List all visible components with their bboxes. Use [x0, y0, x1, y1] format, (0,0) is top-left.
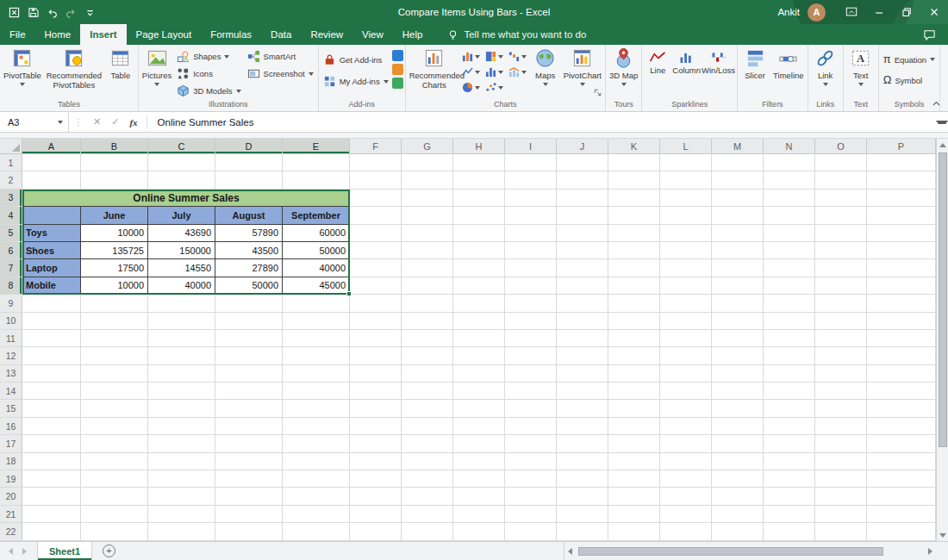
cell-J15[interactable]: [557, 400, 608, 417]
tab-formulas[interactable]: Formulas: [201, 24, 261, 45]
column-header-K[interactable]: K: [608, 139, 660, 154]
cell-P5[interactable]: [867, 225, 936, 242]
tab-home[interactable]: Home: [35, 24, 81, 45]
cell-G10[interactable]: [402, 313, 453, 330]
insert-function-icon[interactable]: fx: [124, 117, 142, 128]
cell-A1[interactable]: [22, 154, 81, 171]
cell-I3[interactable]: [505, 190, 557, 207]
cell-P16[interactable]: [867, 418, 936, 435]
cell-A21[interactable]: [22, 506, 81, 523]
cell-G20[interactable]: [402, 488, 453, 505]
cell-I9[interactable]: [505, 295, 557, 312]
cell-J22[interactable]: [557, 523, 608, 540]
save-button[interactable]: [28, 7, 39, 18]
cell-F22[interactable]: [350, 523, 402, 540]
cell-E13[interactable]: [283, 365, 350, 383]
cell-I19[interactable]: [505, 470, 557, 488]
table-button[interactable]: Table: [105, 45, 136, 81]
row-header-15[interactable]: 15: [0, 400, 22, 417]
cell-G6[interactable]: [402, 242, 453, 259]
cell-I14[interactable]: [505, 383, 557, 400]
cell-P1[interactable]: [867, 154, 936, 171]
cell-I6[interactable]: [505, 242, 557, 259]
cell-P4[interactable]: [867, 207, 936, 224]
cell-O22[interactable]: [815, 523, 867, 540]
column-header-J[interactable]: J: [557, 139, 608, 154]
cell-K1[interactable]: [608, 154, 660, 171]
cell-D4[interactable]: August: [215, 207, 283, 224]
cell-E7[interactable]: 40000: [283, 259, 350, 277]
cell-D17[interactable]: [215, 435, 283, 452]
user-name[interactable]: Ankit: [777, 7, 800, 17]
cell-K11[interactable]: [608, 330, 660, 347]
row-header-22[interactable]: 22: [0, 523, 22, 540]
cancel-icon[interactable]: ✕: [88, 116, 106, 128]
vertical-scrollbar[interactable]: [936, 139, 948, 541]
cell-G15[interactable]: [402, 400, 453, 417]
cell-L3[interactable]: [660, 190, 712, 207]
text-button[interactable]: A Text: [845, 45, 876, 86]
maps-button[interactable]: Maps: [530, 45, 561, 86]
cell-J9[interactable]: [557, 295, 608, 312]
cell-N7[interactable]: [764, 259, 815, 277]
cell-C1[interactable]: [148, 154, 215, 171]
cell-M19[interactable]: [712, 470, 764, 488]
cell-K18[interactable]: [608, 453, 660, 470]
cell-B21[interactable]: [81, 506, 148, 523]
cell-H11[interactable]: [453, 330, 505, 347]
cell-F7[interactable]: [350, 259, 402, 277]
cell-O13[interactable]: [815, 365, 867, 383]
cell-B7[interactable]: 17500: [81, 259, 148, 277]
cell-G13[interactable]: [402, 365, 453, 383]
shapes-button[interactable]: Shapes: [174, 49, 243, 64]
cell-B10[interactable]: [81, 313, 148, 330]
cell-E4[interactable]: September: [283, 207, 350, 224]
column-header-H[interactable]: H: [453, 139, 505, 154]
cell-P7[interactable]: [867, 259, 936, 277]
pivottable-button[interactable]: PivotTable: [2, 45, 43, 86]
cell-J1[interactable]: [557, 154, 608, 171]
cell-F13[interactable]: [350, 365, 402, 383]
column-header-B[interactable]: B: [81, 139, 148, 154]
cell-L22[interactable]: [660, 523, 712, 540]
cell-K21[interactable]: [608, 506, 660, 523]
cell-F9[interactable]: [350, 295, 402, 312]
cell-G21[interactable]: [402, 506, 453, 523]
cell-L17[interactable]: [660, 435, 712, 452]
redo-button[interactable]: [65, 7, 77, 18]
cell-I8[interactable]: [505, 277, 557, 295]
cell-K3[interactable]: [608, 190, 660, 207]
cell-H2[interactable]: [453, 171, 505, 189]
close-button[interactable]: [920, 0, 948, 24]
cell-J18[interactable]: [557, 453, 608, 470]
cell-B2[interactable]: [81, 171, 148, 189]
link-button[interactable]: Link: [810, 45, 841, 86]
cell-K10[interactable]: [608, 313, 660, 330]
cell-G14[interactable]: [402, 383, 453, 400]
cell-C16[interactable]: [148, 418, 215, 435]
cell-N3[interactable]: [764, 190, 815, 207]
cell-F5[interactable]: [350, 225, 402, 242]
cell-O1[interactable]: [815, 154, 867, 171]
tab-view[interactable]: View: [352, 24, 393, 45]
cell-J20[interactable]: [557, 488, 608, 505]
cell-O20[interactable]: [815, 488, 867, 505]
cell-J16[interactable]: [557, 418, 608, 435]
cell-C21[interactable]: [148, 506, 215, 523]
cell-K7[interactable]: [608, 259, 660, 277]
cell-A15[interactable]: [22, 400, 81, 417]
pivotchart-button[interactable]: PivotChart: [562, 45, 603, 86]
cell-J19[interactable]: [557, 470, 608, 488]
column-header-M[interactable]: M: [712, 139, 764, 154]
my-add-ins-button[interactable]: My Add-ins: [321, 74, 391, 89]
sparkline-winloss-button[interactable]: Win/Loss: [702, 45, 735, 76]
cell-J17[interactable]: [557, 435, 608, 452]
cell-D8[interactable]: 50000: [215, 277, 283, 295]
cell-P8[interactable]: [867, 277, 936, 295]
cell-P10[interactable]: [867, 313, 936, 330]
cell-H9[interactable]: [453, 295, 505, 312]
cell-L10[interactable]: [660, 313, 712, 330]
cell-O8[interactable]: [815, 277, 867, 295]
undo-button[interactable]: [47, 7, 58, 18]
ribbon-display-options-button[interactable]: [838, 0, 865, 24]
